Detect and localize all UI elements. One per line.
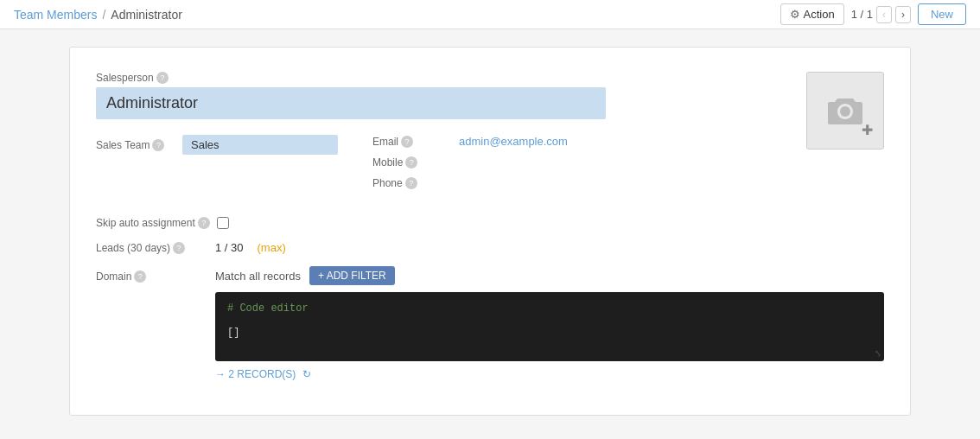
skip-auto-label: Skip auto assignment ?: [96, 217, 210, 229]
avatar[interactable]: ✚: [806, 72, 884, 150]
salesperson-help-icon[interactable]: ?: [156, 72, 169, 84]
add-filter-button[interactable]: + ADD FILTER: [309, 266, 395, 285]
phone-field: Phone ?: [372, 177, 568, 189]
email-label: Email ?: [372, 136, 459, 148]
sales-team-help-icon[interactable]: ?: [152, 139, 164, 151]
action-button[interactable]: ⚙ Action: [780, 3, 844, 25]
match-text: Match all records: [215, 270, 301, 283]
breadcrumb: Team Members / Administrator: [14, 8, 182, 22]
topbar: Team Members / Administrator ⚙ Action 1 …: [0, 0, 980, 29]
domain-field: Domain ? Match all records + ADD FILTER …: [96, 266, 884, 380]
sales-team-section: Sales Team ?: [96, 135, 338, 198]
mobile-label: Mobile ?: [372, 156, 459, 169]
breadcrumb-current: Administrator: [111, 8, 181, 22]
camera-icon: [828, 95, 862, 126]
pagination: 1 / 1 ‹ ›: [851, 6, 911, 23]
new-button[interactable]: New: [918, 3, 966, 25]
form-card: Salesperson ? Sales Team ?: [69, 47, 911, 416]
breadcrumb-separator: /: [102, 8, 105, 22]
breadcrumb-parent[interactable]: Team Members: [14, 8, 97, 22]
svg-point-0: [840, 106, 850, 117]
leads-label: Leads (30 days) ?: [96, 242, 208, 254]
sales-team-input[interactable]: [182, 135, 338, 155]
resize-handle: ⤣: [875, 348, 881, 359]
leads-value: 1 / 30: [215, 241, 244, 254]
code-comment: # Code editor: [227, 302, 872, 315]
domain-help-icon[interactable]: ?: [134, 270, 146, 283]
salesperson-field: Salesperson ?: [96, 72, 806, 119]
leads-max: (max): [258, 241, 286, 254]
avatar-plus-icon: ✚: [862, 122, 873, 138]
domain-content: Match all records + ADD FILTER # Code ed…: [215, 266, 884, 380]
leads-help-icon[interactable]: ?: [173, 242, 185, 254]
next-button[interactable]: ›: [895, 6, 911, 23]
phone-label: Phone ?: [372, 177, 459, 189]
skip-auto-help-icon[interactable]: ?: [198, 217, 210, 229]
sales-team-field: Sales Team ?: [96, 135, 338, 155]
mobile-help-icon[interactable]: ?: [405, 156, 417, 169]
match-row: Match all records + ADD FILTER: [215, 266, 884, 285]
records-row: → 2 RECORD(S) ↻: [215, 368, 884, 380]
records-label[interactable]: → 2 RECORD(S): [215, 368, 296, 380]
skip-auto-checkbox[interactable]: [217, 217, 229, 229]
fields-row: Sales Team ? Email ?: [96, 135, 806, 198]
email-help-icon[interactable]: ?: [401, 136, 413, 148]
email-value[interactable]: admin@example.com: [459, 135, 568, 148]
code-value: []: [227, 327, 872, 339]
refresh-icon[interactable]: ↻: [302, 368, 311, 380]
mobile-field: Mobile ?: [372, 156, 568, 169]
gear-icon: ⚙: [790, 8, 800, 21]
topbar-right: ⚙ Action 1 / 1 ‹ › New: [780, 3, 966, 25]
salesperson-input[interactable]: [96, 87, 606, 119]
code-editor[interactable]: # Code editor [] ⤣: [215, 292, 884, 361]
domain-label: Domain ?: [96, 266, 208, 283]
action-label: Action: [804, 8, 835, 21]
main-content: Salesperson ? Sales Team ?: [0, 29, 980, 433]
leads-field: Leads (30 days) ? 1 / 30 (max): [96, 241, 884, 254]
skip-auto-assignment-field: Skip auto assignment ?: [96, 217, 884, 229]
contact-fields: Email ? admin@example.com Mobile ?: [372, 135, 568, 198]
pagination-text: 1 / 1: [851, 8, 873, 21]
salesperson-label: Salesperson ?: [96, 72, 806, 84]
sales-team-label: Sales Team ?: [96, 139, 182, 151]
phone-help-icon[interactable]: ?: [405, 177, 417, 189]
email-field: Email ? admin@example.com: [372, 135, 568, 148]
form-left-section: Salesperson ? Sales Team ?: [96, 72, 806, 198]
prev-button[interactable]: ‹: [876, 6, 892, 23]
